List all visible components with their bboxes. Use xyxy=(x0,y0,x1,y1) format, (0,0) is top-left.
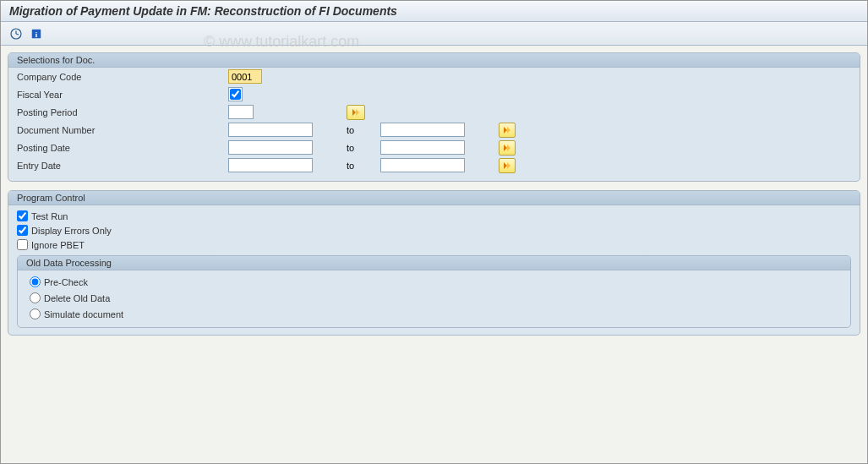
info-icon: i xyxy=(30,28,42,40)
arrow-right-icon xyxy=(503,144,511,152)
svg-line-2 xyxy=(16,34,19,35)
posting-date-row: Posting Date to xyxy=(8,139,860,156)
fiscal-year-checkbox[interactable] xyxy=(230,89,241,100)
ignore-pbet-row: Ignore PBET xyxy=(8,237,860,252)
arrow-right-icon xyxy=(352,108,360,117)
posting-period-input[interactable] xyxy=(228,105,254,119)
to-label: to xyxy=(313,143,380,153)
fiscal-year-row: Fiscal Year xyxy=(8,85,860,103)
ignore-pbet-label: Ignore PBET xyxy=(31,240,85,250)
posting-date-multi-button[interactable] xyxy=(499,140,516,156)
content-area: Selections for Doc. Company Code Fiscal … xyxy=(1,46,867,464)
test-run-checkbox[interactable] xyxy=(17,210,28,221)
entry-date-label: Entry Date xyxy=(17,161,228,171)
delete-radio[interactable] xyxy=(30,292,41,303)
old-data-header: Old Data Processing xyxy=(18,256,850,270)
to-label: to xyxy=(313,161,380,171)
posting-period-multi-button[interactable] xyxy=(347,105,365,120)
program-control-group: Program Control Test Run Display Errors … xyxy=(8,190,860,336)
fiscal-year-checkbox-wrap[interactable] xyxy=(228,87,243,101)
simulate-row: Simulate document xyxy=(18,306,850,322)
fiscal-year-label: Fiscal Year xyxy=(17,90,228,100)
entry-date-multi-button[interactable] xyxy=(499,158,516,173)
entry-date-to-input[interactable] xyxy=(380,158,465,172)
info-button[interactable]: i xyxy=(28,25,45,42)
test-run-label: Test Run xyxy=(31,211,68,221)
ignore-pbet-checkbox[interactable] xyxy=(17,239,28,250)
display-errors-label: Display Errors Only xyxy=(31,226,112,236)
entry-date-row: Entry Date to xyxy=(8,156,860,174)
company-code-input[interactable] xyxy=(228,69,262,84)
old-data-subgroup: Old Data Processing Pre-Check Delete Old… xyxy=(17,255,851,328)
document-number-from-input[interactable] xyxy=(228,123,313,137)
entry-date-from-input[interactable] xyxy=(228,158,313,172)
simulate-label: Simulate document xyxy=(44,309,123,319)
simulate-radio[interactable] xyxy=(30,308,41,319)
toolbar: i xyxy=(1,22,867,46)
delete-row: Delete Old Data xyxy=(18,290,850,306)
test-run-row: Test Run xyxy=(8,209,860,223)
display-errors-row: Display Errors Only xyxy=(8,223,860,237)
clock-execute-icon xyxy=(9,27,23,41)
document-number-row: Document Number to xyxy=(8,121,860,139)
selections-group: Selections for Doc. Company Code Fiscal … xyxy=(8,52,860,182)
delete-label: Delete Old Data xyxy=(44,293,110,303)
selections-header: Selections for Doc. xyxy=(8,53,860,68)
posting-period-row: Posting Period xyxy=(8,103,860,121)
execute-button[interactable] xyxy=(8,25,25,42)
to-label: to xyxy=(313,125,380,135)
display-errors-checkbox[interactable] xyxy=(17,225,28,236)
posting-date-from-input[interactable] xyxy=(228,140,313,155)
posting-date-to-input[interactable] xyxy=(380,140,465,155)
arrow-right-icon xyxy=(503,161,511,170)
document-number-multi-button[interactable] xyxy=(499,123,516,138)
arrow-right-icon xyxy=(503,126,511,134)
company-code-row: Company Code xyxy=(8,68,860,85)
document-number-to-input[interactable] xyxy=(380,123,465,137)
posting-date-label: Posting Date xyxy=(17,143,228,153)
program-control-header: Program Control xyxy=(8,191,860,205)
company-code-label: Company Code xyxy=(17,72,228,82)
document-number-label: Document Number xyxy=(17,125,228,135)
precheck-label: Pre-Check xyxy=(44,277,88,287)
page-title: Migration of Payment Update in FM: Recon… xyxy=(1,1,867,22)
precheck-radio[interactable] xyxy=(30,276,41,287)
precheck-row: Pre-Check xyxy=(18,274,850,290)
posting-period-label: Posting Period xyxy=(17,107,228,117)
